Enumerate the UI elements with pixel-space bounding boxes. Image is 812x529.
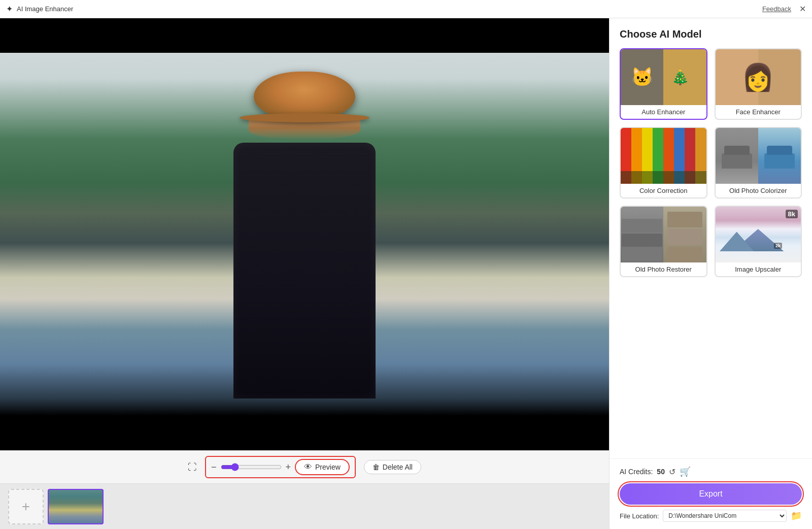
choose-model-section: Choose AI Model 🐱 🎄 Auto Enhancer	[610, 18, 812, 458]
model-card-old-photo-restorer[interactable]: Old Photo Restorer	[620, 206, 707, 277]
upscaler-image: 8k 2k	[716, 207, 801, 262]
old-restorer-label: Old Photo Restorer	[621, 262, 706, 276]
old-colorizer-image	[716, 128, 801, 184]
right-panel: Choose AI Model 🐱 🎄 Auto Enhancer	[609, 18, 812, 529]
image-toolbar: ⛶ − + 👁 Preview 🗑 Delete All	[0, 450, 609, 483]
file-location-select[interactable]: D:\Wondershare UniCom	[663, 510, 787, 522]
zoom-in-button[interactable]: +	[286, 462, 291, 473]
upscaler-label: Image Upscaler	[716, 262, 801, 276]
file-location-row: File Location: D:\Wondershare UniCom 📁	[620, 510, 802, 522]
main-layout: ⛶ − + 👁 Preview 🗑 Delete All +	[0, 18, 812, 529]
auto-enhancer-label: Auto Enhancer	[621, 105, 706, 119]
title-bar: ✦ AI Image Enhancer Feedback ✕	[0, 0, 812, 18]
feedback-link[interactable]: Feedback	[762, 5, 791, 13]
color-scene	[621, 128, 706, 184]
credits-label: AI Credits:	[620, 468, 653, 476]
badge-8k: 8k	[786, 210, 798, 218]
add-image-button[interactable]: +	[8, 489, 44, 524]
choose-model-title: Choose AI Model	[620, 28, 802, 40]
model-card-old-photo-colorizer[interactable]: Old Photo Colorizer	[715, 127, 802, 199]
bottom-actions: AI Credits: 50 ↺ 🛒 Export File Location:…	[610, 458, 812, 529]
close-button[interactable]: ✕	[799, 4, 806, 14]
auto-enhancer-image: 🐱 🎄	[621, 49, 706, 105]
badge-2k: 2k	[774, 243, 782, 249]
old-colorizer-label: Old Photo Colorizer	[716, 184, 801, 197]
main-photo-scene	[0, 18, 609, 450]
cart-icon[interactable]: 🛒	[680, 466, 691, 477]
preview-button[interactable]: 👁 Preview	[295, 459, 350, 475]
model-grid: 🐱 🎄 Auto Enhancer 👩 Face Enhancer	[620, 48, 802, 277]
model-card-face-enhancer[interactable]: 👩 Face Enhancer	[715, 48, 802, 120]
color-correction-image	[621, 128, 706, 184]
model-card-auto-enhancer[interactable]: 🐱 🎄 Auto Enhancer	[620, 48, 707, 120]
model-card-image-upscaler[interactable]: 8k 2k Image Upscaler	[715, 206, 802, 277]
credits-value: 50	[657, 468, 665, 476]
plus-icon: +	[22, 499, 30, 515]
title-bar-actions: Feedback ✕	[762, 4, 806, 14]
face-enhancer-label: Face Enhancer	[716, 105, 801, 119]
left-panel: ⛶ − + 👁 Preview 🗑 Delete All +	[0, 18, 609, 529]
zoom-slider[interactable]	[221, 463, 282, 471]
trash-icon: 🗑	[373, 463, 380, 471]
old-restorer-image	[621, 207, 706, 262]
refresh-icon[interactable]: ↺	[669, 467, 675, 477]
face-enhancer-image: 👩	[716, 49, 801, 105]
zoom-out-button[interactable]: −	[211, 462, 217, 473]
credits-row: AI Credits: 50 ↺ 🛒	[620, 466, 802, 477]
export-button[interactable]: Export	[620, 483, 802, 505]
eye-icon: 👁	[304, 462, 312, 472]
model-card-color-correction[interactable]: Color Correction	[620, 127, 707, 199]
thumbnail-item[interactable]	[48, 489, 104, 524]
zoom-preview-group: − + 👁 Preview	[205, 456, 356, 478]
fit-screen-button[interactable]: ⛶	[188, 462, 197, 473]
app-title-area: ✦ AI Image Enhancer	[6, 4, 73, 14]
filmstrip: +	[0, 483, 609, 529]
image-viewer	[0, 18, 609, 450]
file-location-label: File Location:	[620, 512, 659, 520]
delete-all-button[interactable]: 🗑 Delete All	[364, 460, 421, 474]
app-title: AI Image Enhancer	[17, 5, 73, 13]
color-correction-label: Color Correction	[621, 184, 706, 197]
folder-icon[interactable]: 📁	[791, 510, 802, 521]
app-icon: ✦	[6, 4, 13, 14]
